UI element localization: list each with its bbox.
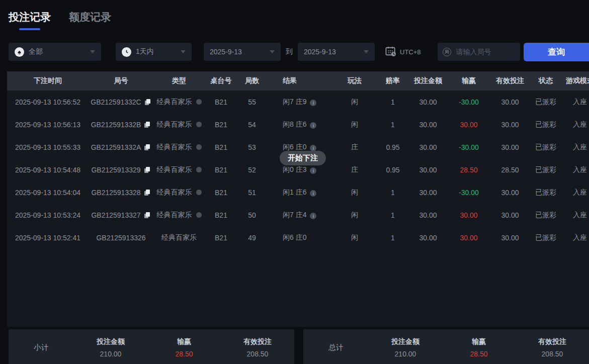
winloss-cell: 30.00 xyxy=(450,226,487,249)
tab-quota-records-label: 额度记录 xyxy=(69,11,111,23)
query-button[interactable]: 查询 xyxy=(524,43,589,61)
column-header: 投注金额 xyxy=(406,71,450,90)
round-count-cell: 53 xyxy=(237,136,267,158)
play-type-cell: 庄 xyxy=(329,158,380,181)
top-tabs: 投注记录 额度记录 xyxy=(0,0,589,30)
column-header: 类型 xyxy=(153,71,205,90)
column-header: 输赢 xyxy=(450,71,487,90)
table-row[interactable]: 2025-09-13 10:52:41 GB2125913326 经典百家乐 B… xyxy=(7,226,589,249)
game-mode-cell: 入座 xyxy=(559,113,589,136)
chevron-down-icon xyxy=(270,50,275,53)
copy-icon[interactable] xyxy=(144,190,151,196)
round-icon: 局 xyxy=(443,48,451,56)
odds-cell: 0.95 xyxy=(380,158,406,181)
winloss-value: -30.00 xyxy=(459,98,479,106)
tab-bet-records[interactable]: 投注记录 xyxy=(9,10,51,30)
game-type-text: 经典百家乐 xyxy=(157,165,192,173)
bet-amount-cell: 30.00 xyxy=(406,90,450,113)
round-id-cell: GB212591332A xyxy=(89,136,153,158)
type-dot-icon[interactable] xyxy=(196,167,202,172)
round-search-box[interactable]: 局 xyxy=(438,43,520,61)
game-type-cell: 经典百家乐 xyxy=(153,136,205,158)
copy-icon[interactable] xyxy=(144,167,151,173)
timezone-label: UTC+8 xyxy=(400,48,421,56)
game-type-select[interactable]: ♠ 全部 xyxy=(9,43,101,61)
total-bet-amount: 投注金额 210.00 xyxy=(369,337,442,358)
copy-icon[interactable] xyxy=(145,99,151,106)
round-count-cell: 51 xyxy=(237,181,267,204)
type-dot-icon[interactable] xyxy=(196,144,202,150)
table-row[interactable]: 2025-09-13 10:56:13 GB212591332B 经典百家乐 B… xyxy=(7,113,589,136)
result-text: 闲7 庄9 xyxy=(283,98,306,106)
info-icon[interactable] xyxy=(310,213,316,219)
total-winloss: 输赢 28.50 xyxy=(442,337,516,358)
play-type-cell: 闲 xyxy=(329,204,380,226)
result-cell: 闲8 庄6 xyxy=(267,113,329,136)
total-panel: 总计 投注金额 210.00 输赢 28.50 有效投注 208.50 xyxy=(303,329,589,364)
result-cell: 闲1 庄6 xyxy=(267,181,329,204)
bet-time-cell: 2025-09-13 10:54:48 xyxy=(7,158,89,181)
subtotal-panel: 小计 投注金额 210.00 输赢 28.50 有效投注 208.50 xyxy=(9,329,294,364)
copy-icon[interactable] xyxy=(144,144,151,151)
copy-icon[interactable] xyxy=(144,122,151,128)
date-from-picker[interactable]: 2025-9-13 xyxy=(204,43,281,61)
winloss-cell: 28.50 xyxy=(450,158,487,181)
column-header: 有效投注 xyxy=(487,71,533,90)
round-count-cell: 55 xyxy=(237,90,267,113)
result-text: 闲0 庄3 xyxy=(283,165,306,173)
copy-icon[interactable] xyxy=(144,212,151,219)
play-type-cell: 闲 xyxy=(329,226,380,249)
type-dot-icon[interactable] xyxy=(196,99,202,105)
game-type-text: 经典百家乐 xyxy=(157,188,192,196)
winloss-value: 30.00 xyxy=(460,211,477,219)
bet-time-cell: 2025-09-13 10:52:41 xyxy=(7,226,89,249)
game-type-cell: 经典百家乐 xyxy=(153,226,205,249)
time-range-select[interactable]: 1天内 xyxy=(116,43,192,61)
play-type-cell: 庄 xyxy=(329,136,380,158)
info-icon[interactable] xyxy=(310,190,316,197)
records-table-wrap: 下注时间局号类型桌台号局数结果玩法赔率投注金额输赢有效投注状态游戏模式 2025… xyxy=(7,71,589,327)
game-type-cell: 经典百家乐 xyxy=(153,90,205,113)
info-icon[interactable] xyxy=(310,122,316,129)
winloss-value: -30.00 xyxy=(459,189,479,197)
column-header: 结果 xyxy=(267,71,329,90)
winloss-cell: -30.00 xyxy=(450,181,487,204)
result-cell: 闲7 庄9 xyxy=(267,90,329,113)
round-id-text: GB2125913327 xyxy=(91,211,140,219)
game-mode-cell: 入座 xyxy=(559,136,589,158)
play-type-cell: 闲 xyxy=(329,181,380,204)
info-icon[interactable] xyxy=(310,100,316,106)
info-icon[interactable] xyxy=(310,167,316,174)
tab-bet-records-label: 投注记录 xyxy=(9,11,51,23)
table-no-cell: B21 xyxy=(205,181,237,204)
game-type-text: 经典百家乐 xyxy=(157,143,192,151)
winloss-value: 28.50 xyxy=(460,166,477,174)
result-cell: 闲7 庄4 xyxy=(267,204,329,226)
game-type-text: 经典百家乐 xyxy=(157,211,192,219)
total-label: 总计 xyxy=(303,343,369,352)
column-header: 局数 xyxy=(237,71,267,90)
round-search-input[interactable] xyxy=(455,47,511,56)
round-id-text: GB2125913326 xyxy=(96,234,145,242)
winloss-value: 30.00 xyxy=(460,121,477,129)
odds-cell: 1 xyxy=(380,113,406,136)
type-dot-icon[interactable] xyxy=(196,190,202,195)
result-text: 闲6 庄0 xyxy=(283,143,306,151)
game-mode-cell: 入座 xyxy=(559,158,589,181)
table-row[interactable]: 2025-09-13 10:54:04 GB2125913328 经典百家乐 B… xyxy=(7,181,589,204)
table-row[interactable]: 2025-09-13 10:53:24 GB2125913327 经典百家乐 B… xyxy=(7,204,589,226)
tab-quota-records[interactable]: 额度记录 xyxy=(69,10,111,30)
date-to-picker[interactable]: 2025-9-13 xyxy=(298,43,375,61)
clock-icon xyxy=(122,47,131,57)
round-id-cell: GB212591332C xyxy=(89,90,153,113)
type-dot-icon[interactable] xyxy=(196,122,202,127)
status-cell: 已派彩 xyxy=(533,113,559,136)
table-row[interactable]: 2025-09-13 10:56:52 GB212591332C 经典百家乐 B… xyxy=(7,90,589,113)
play-type-cell: 闲 xyxy=(329,90,380,113)
game-type-text: 经典百家乐 xyxy=(157,98,192,106)
winloss-cell: -30.00 xyxy=(450,90,487,113)
type-dot-icon[interactable] xyxy=(196,212,202,218)
column-header: 桌台号 xyxy=(205,71,237,90)
winloss-cell: -30.00 xyxy=(450,136,487,158)
bet-amount-cell: 30.00 xyxy=(406,136,450,158)
